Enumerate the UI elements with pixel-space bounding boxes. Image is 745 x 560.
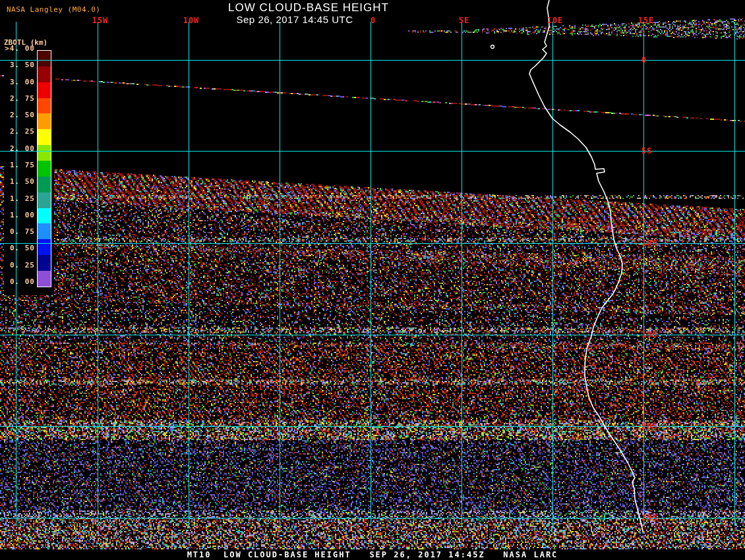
colorbar-tick-label: 2. 00: [3, 144, 35, 153]
colorbar-segment: [38, 271, 51, 287]
latitude-label: 20S: [641, 422, 658, 431]
colorbar-segment: [38, 98, 51, 114]
latitude-label: 15S: [641, 330, 658, 339]
agency-label: NASA Langley (M04.0): [7, 5, 100, 14]
colorbar-tick-label: 3. 50: [3, 61, 35, 69]
latitude-label: 5S: [641, 146, 652, 155]
longitude-label: 0: [371, 16, 376, 25]
colorbar-tick-label: 0. 00: [3, 277, 35, 286]
colorbar-tick-label: 2. 50: [3, 111, 35, 119]
latitude-label: 0: [641, 55, 647, 65]
colorbar-segment: [38, 51, 51, 67]
satellite-data-layer: [0, 0, 745, 560]
colorbar-tick-label: 0. 50: [3, 244, 35, 252]
longitude-label: 10W: [183, 16, 200, 25]
colorbar-segment: [38, 82, 51, 98]
colorbar-segment: [38, 177, 51, 192]
colorbar-segment: [38, 145, 51, 161]
colorbar-segment: [38, 223, 51, 239]
colorbar-tick-label: 0. 75: [3, 227, 35, 236]
colorbar-tick-label: 1. 50: [3, 177, 35, 186]
colorbar-tick-label: 1. 25: [3, 194, 35, 203]
colorbar-segment: [38, 208, 51, 224]
colorbar-segment: [38, 113, 51, 129]
cloud-base-height-product: NASA Langley (M04.0) LOW CLOUD-BASE HEIG…: [0, 0, 745, 560]
colorbar-segment: [38, 255, 51, 271]
latitude-label: 10S: [641, 238, 658, 248]
colorbar-tick-label: 2. 25: [3, 127, 35, 136]
longitude-label: 10E: [547, 16, 564, 25]
timestamp-subtitle: Sep 26, 2017 14:45 UTC: [237, 14, 353, 25]
colorbar-tick-label: 1. 00: [3, 211, 35, 219]
colorbar-tick-label: 0. 25: [3, 261, 35, 269]
longitude-label: 15W: [92, 16, 109, 25]
page-title: LOW CLOUD-BASE HEIGHT: [228, 1, 389, 14]
colorbar: [37, 50, 51, 287]
colorbar-segment: [38, 67, 51, 82]
colorbar-tick-label: >4. 00: [3, 44, 35, 53]
colorbar-tick-label: 2. 75: [3, 94, 35, 103]
colorbar-segment: [38, 239, 51, 255]
longitude-label: 15E: [638, 16, 655, 25]
latitude-label: 25S: [641, 513, 658, 522]
colorbar-segment: [38, 192, 51, 208]
colorbar-segment: [38, 129, 51, 145]
colorbar-tick-label: 3. 00: [3, 78, 35, 86]
footer-text: MT10 LOW CLOUD-BASE HEIGHT SEP 26, 2017 …: [0, 550, 745, 559]
longitude-label: 5E: [459, 16, 469, 25]
colorbar-segment: [38, 161, 51, 177]
colorbar-tick-label: 1. 75: [3, 161, 35, 169]
